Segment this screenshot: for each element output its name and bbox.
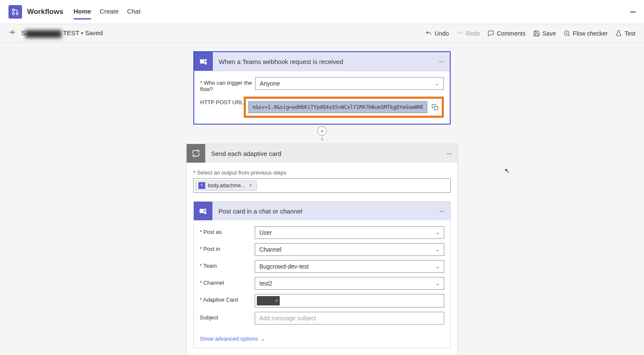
adaptive-card-input[interactable]: ×	[255, 294, 444, 308]
toolbar: Undo Redo Comments Save Flow checker Tes…	[425, 30, 636, 37]
foreach-menu[interactable]: ···	[440, 149, 457, 158]
post-as-label: Post as	[200, 226, 255, 235]
chevron-down-icon: ⌄	[435, 230, 440, 236]
team-label: Team	[200, 260, 255, 269]
show-advanced-link[interactable]: Show advanced options⌄	[200, 336, 265, 342]
channel-select[interactable]: test2⌄	[255, 277, 444, 290]
svg-rect-6	[434, 106, 438, 110]
url-input[interactable]: n&sv=1.0&sig=wdHbKiTYpdQ4sXSvWCxlY1MX7HA…	[248, 101, 427, 113]
post-in-select[interactable]: Channel⌄	[255, 243, 444, 256]
token-remove-button[interactable]: ×	[248, 183, 254, 189]
crumb-suffix: TEST	[63, 29, 79, 36]
svg-point-8	[204, 208, 206, 211]
svg-point-0	[12, 9, 14, 11]
post-menu[interactable]: ···	[433, 207, 450, 216]
arrow-down-icon: ↓	[320, 134, 324, 142]
post-as-select[interactable]: User⌄	[255, 226, 444, 239]
tab-create[interactable]: Create	[99, 4, 118, 19]
teams-token-icon: T	[198, 182, 205, 189]
teams-icon-inner	[194, 202, 212, 220]
foreach-title: Send each adaptive card	[205, 150, 440, 157]
post-in-label: Post in	[200, 243, 255, 252]
select-output-label: Select an output from previous steps	[193, 169, 286, 176]
team-select[interactable]: Bugcrowd-dev-test⌄	[255, 260, 444, 273]
undo-button[interactable]: Undo	[425, 30, 449, 37]
app-title: Workflows	[27, 8, 63, 16]
subject-label: Subject	[200, 312, 255, 321]
chevron-down-icon: ⌄	[435, 80, 439, 86]
test-button[interactable]: Test	[615, 30, 636, 37]
flow-checker-icon	[564, 30, 570, 37]
crumb-prefix: S	[21, 29, 25, 36]
topbar: Workflows Home Create Chat ···	[0, 0, 644, 24]
post-title: Post card in a chat or channel	[212, 208, 433, 215]
app-icon	[8, 5, 22, 19]
breadcrumb: S████████ TEST • Saved	[21, 29, 103, 37]
chevron-down-icon: ⌄	[435, 247, 440, 252]
redo-button[interactable]: Redo	[457, 30, 480, 37]
chevron-down-icon: ⌄	[435, 263, 440, 269]
chevron-down-icon: ⌄	[261, 336, 265, 342]
tab-home[interactable]: Home	[74, 4, 91, 19]
who-select[interactable]: Anyone ⌄	[255, 77, 444, 90]
adaptive-label: Adaptive Card	[200, 294, 255, 303]
flow-canvas: When a Teams webhook request is received…	[0, 43, 644, 355]
comments-icon	[487, 30, 494, 37]
adaptive-card-token[interactable]: ×	[257, 296, 280, 305]
teams-icon	[194, 52, 213, 71]
svg-rect-4	[200, 59, 204, 64]
loop-icon	[187, 144, 205, 163]
test-icon	[615, 30, 622, 37]
save-icon	[533, 30, 540, 37]
svg-point-1	[16, 13, 18, 15]
more-icon[interactable]: ···	[630, 7, 636, 17]
flow-checker-button[interactable]: Flow checker	[564, 30, 608, 37]
svg-point-5	[205, 59, 207, 61]
body-attachments-token[interactable]: T body.attachme... ×	[195, 180, 257, 191]
back-button[interactable]	[8, 28, 16, 38]
copy-button[interactable]	[431, 103, 439, 111]
url-label: HTTP POST URL	[200, 97, 245, 105]
undo-icon	[425, 30, 432, 37]
trigger-card[interactable]: When a Teams webhook request is received…	[193, 51, 451, 125]
svg-point-2	[12, 13, 14, 15]
cursor-icon: ↖	[504, 167, 510, 175]
nav-tabs: Home Create Chat	[74, 4, 140, 19]
svg-rect-7	[200, 209, 204, 213]
trigger-title: When a Teams webhook request is received	[213, 58, 433, 65]
connector: + ↓	[317, 126, 327, 142]
subject-input[interactable]	[255, 312, 444, 324]
subbar: S████████ TEST • Saved Undo Redo Comment…	[0, 24, 644, 43]
channel-label: Channel	[200, 277, 255, 286]
trigger-menu[interactable]: ···	[433, 57, 450, 66]
foreach-card[interactable]: Send each adaptive card ··· Select an ou…	[186, 144, 458, 355]
output-token-input[interactable]: T body.attachme... ×	[193, 178, 451, 193]
save-button[interactable]: Save	[533, 30, 556, 37]
status-text: Saved	[85, 29, 103, 36]
chevron-down-icon: ⌄	[435, 280, 440, 286]
comments-button[interactable]: Comments	[487, 30, 526, 37]
url-highlight: n&sv=1.0&sig=wdHbKiTYpdQ4sXSvWCxlY1MX7HA…	[244, 97, 444, 118]
who-label: Who can trigger the flow?	[200, 77, 255, 92]
tab-chat[interactable]: Chat	[127, 4, 140, 19]
post-card[interactable]: Post card in a chat or channel ··· Post …	[193, 201, 451, 348]
redo-icon	[457, 30, 463, 37]
